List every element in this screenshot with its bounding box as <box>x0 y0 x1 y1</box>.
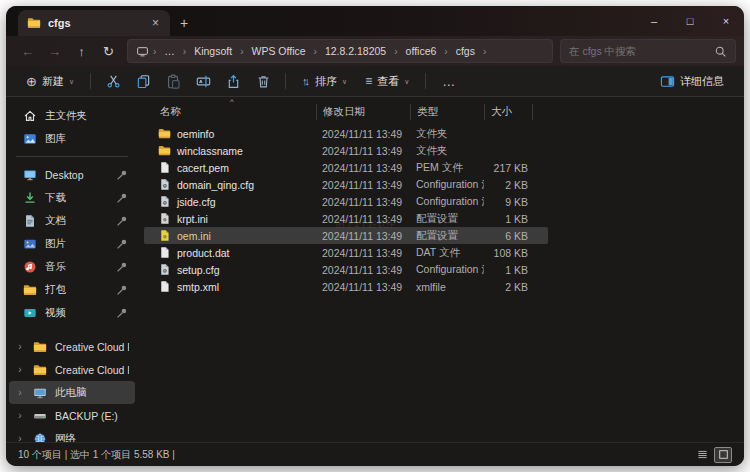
paste-icon <box>166 74 181 89</box>
sidebar-item-音乐[interactable]: 音乐 <box>9 255 135 278</box>
share-button[interactable] <box>220 69 246 93</box>
copy-button[interactable] <box>130 69 156 93</box>
table-row[interactable]: oeminfo2024/11/11 13:49文件夹 <box>144 125 548 142</box>
up-button[interactable]: ↑ <box>68 38 95 64</box>
sidebar-item-打包[interactable]: 打包 <box>9 278 135 301</box>
sidebar-item-creative-cloud-files-dragon[interactable]: ›Creative Cloud Files dragon <box>9 335 135 358</box>
file-name: setup.cfg <box>177 264 220 276</box>
rename-button[interactable] <box>190 69 216 93</box>
view-button[interactable]: ≡ 查看 ∨ <box>358 69 416 93</box>
refresh-button[interactable]: ↻ <box>95 38 122 64</box>
sort-button[interactable]: ↑↓ 排序 ∨ <box>295 69 354 93</box>
sidebar-item-网络[interactable]: ›网络 <box>9 427 135 442</box>
date-modified-cell: 2024/11/11 13:49 <box>316 162 410 174</box>
sidebar-item-下载[interactable]: 下载 <box>9 186 135 209</box>
table-row[interactable]: oem.ini2024/11/11 13:49配置设置6 KB <box>144 227 548 244</box>
delete-button[interactable] <box>250 69 276 93</box>
sidebar-divider <box>16 156 128 157</box>
chevron-right-icon[interactable]: › <box>15 433 25 442</box>
chevron-right-icon[interactable]: › <box>15 341 25 352</box>
sidebar-item-label: 此电脑 <box>55 386 129 400</box>
cut-button[interactable] <box>100 69 126 93</box>
breadcrumb-item-cfgs[interactable]: cfgs <box>452 44 479 58</box>
table-row[interactable]: jside.cfg2024/11/11 13:49Configuration 源… <box>144 193 548 210</box>
maximize-button[interactable]: □ <box>672 6 708 36</box>
window-controls: – □ × <box>636 6 744 36</box>
new-tab-button[interactable]: + <box>170 10 198 36</box>
table-row[interactable]: cacert.pem2024/11/11 13:49PEM 文件217 KB <box>144 159 548 176</box>
sidebar-item-label: 文档 <box>45 214 107 228</box>
sidebar-item-label: Creative Cloud Files Persona <box>55 364 129 376</box>
this-pc-icon[interactable] <box>136 45 149 58</box>
sidebar-item-label: BACKUP (E:) <box>55 410 129 422</box>
type-cell: Configuration 源... <box>410 178 484 192</box>
address-bar: ← → ↑ ↻ ›…›Kingsoft›WPS Office›12.8.2.18… <box>6 36 744 66</box>
chevron-right-icon[interactable]: › <box>15 387 25 398</box>
chevron-down-icon: ∨ <box>69 78 74 86</box>
desktop-icon <box>23 168 37 182</box>
type-cell: DAT 文件 <box>410 246 484 260</box>
table-row[interactable]: domain_qing.cfg2024/11/11 13:49Configura… <box>144 176 548 193</box>
file-name: product.dat <box>177 247 230 259</box>
table-row[interactable]: krpt.ini2024/11/11 13:49配置设置1 KB <box>144 210 548 227</box>
table-row[interactable]: winclassname2024/11/11 13:49文件夹 <box>144 142 548 159</box>
details-view-button[interactable] <box>693 447 711 463</box>
file-name: oem.ini <box>177 230 211 242</box>
sidebar-item-creative-cloud-files-persona[interactable]: ›Creative Cloud Files Persona <box>9 358 135 381</box>
forward-button[interactable]: → <box>41 38 68 64</box>
breadcrumb-separator-icon: › <box>482 46 487 57</box>
search-input[interactable] <box>569 45 714 57</box>
sidebar-item-图片[interactable]: 图片 <box>9 232 135 255</box>
table-row[interactable]: setup.cfg2024/11/11 13:49Configuration 源… <box>144 261 548 278</box>
type-cell: 配置设置 <box>410 229 484 243</box>
search-box[interactable] <box>560 39 736 63</box>
breadcrumb-overflow[interactable]: … <box>160 44 179 58</box>
breadcrumb-item-office6[interactable]: office6 <box>402 44 441 58</box>
column-header-name[interactable]: 名称 ^ <box>158 104 316 120</box>
large-icons-view-button[interactable] <box>714 447 732 463</box>
column-header-date[interactable]: 修改日期 <box>316 104 410 120</box>
new-button[interactable]: ⊕ 新建 ∨ <box>19 69 81 93</box>
sort-ascending-icon: ^ <box>230 97 234 106</box>
close-button[interactable]: × <box>708 6 744 36</box>
file-name-cell: oem.ini <box>158 229 316 242</box>
size-cell: 9 KB <box>484 196 532 208</box>
sidebar-item-视频[interactable]: 视频 <box>9 301 135 324</box>
sidebar-item-文档[interactable]: 文档 <box>9 209 135 232</box>
chevron-right-icon[interactable]: › <box>15 410 25 421</box>
paste-button[interactable] <box>160 69 186 93</box>
file-list-pane: 名称 ^ 修改日期 类型 大小 oeminfo2024/11/11 13:49文… <box>138 97 744 442</box>
file-name: cacert.pem <box>177 162 229 174</box>
table-row[interactable]: product.dat2024/11/11 13:49DAT 文件108 KB <box>144 244 548 261</box>
back-button[interactable]: ← <box>14 38 41 64</box>
sidebar-item-desktop[interactable]: Desktop <box>9 163 135 186</box>
new-label: 新建 <box>42 74 64 89</box>
tab-label: cfgs <box>48 17 143 29</box>
column-header-size[interactable]: 大小 <box>484 104 532 120</box>
column-header-type[interactable]: 类型 <box>410 104 484 120</box>
date-modified-cell: 2024/11/11 13:49 <box>316 179 410 191</box>
sidebar-item-label: 图片 <box>45 237 107 251</box>
pin-icon <box>115 168 129 182</box>
sidebar-item-主文件夹[interactable]: 主文件夹 <box>9 104 135 127</box>
date-modified-cell: 2024/11/11 13:49 <box>316 247 410 259</box>
breadcrumb-item-kingsoft[interactable]: Kingsoft <box>190 44 236 58</box>
pin-icon <box>115 237 129 251</box>
tab-cfgs[interactable]: cfgs × <box>18 10 170 36</box>
chevron-right-icon[interactable]: › <box>15 364 25 375</box>
more-button[interactable]: … <box>435 69 463 93</box>
breadcrumb-item-12-8-2-18205[interactable]: 12.8.2.18205 <box>321 44 390 58</box>
table-row[interactable]: smtp.xml2024/11/11 13:49xmlfile2 KB <box>144 278 548 295</box>
sidebar-item-图库[interactable]: 图库 <box>9 127 135 150</box>
list-view-icon <box>697 449 708 460</box>
breadcrumb-item-wps-office[interactable]: WPS Office <box>247 44 309 58</box>
sidebar-item-此电脑[interactable]: ›此电脑 <box>9 381 135 404</box>
tab-close-icon[interactable]: × <box>150 16 161 30</box>
details-pane-button[interactable]: 详细信息 <box>653 69 731 93</box>
type-cell: PEM 文件 <box>410 161 484 175</box>
breadcrumb-separator-icon: › <box>313 46 318 57</box>
date-modified-cell: 2024/11/11 13:49 <box>316 213 410 225</box>
minimize-button[interactable]: – <box>636 6 672 36</box>
sidebar-item-backup-e-[interactable]: ›BACKUP (E:) <box>9 404 135 427</box>
type-cell: Configuration 源... <box>410 263 484 277</box>
